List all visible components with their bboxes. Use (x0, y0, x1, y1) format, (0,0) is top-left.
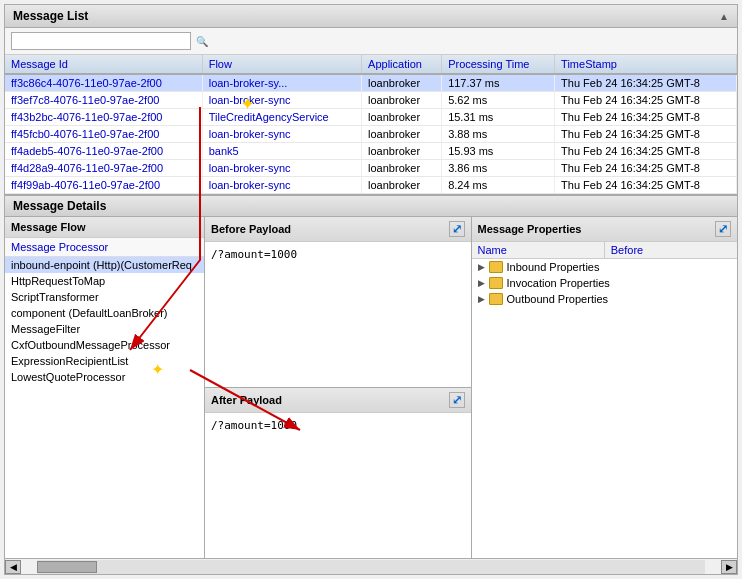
prop-expand-arrow[interactable]: ▶ (478, 294, 485, 304)
cell-processingTime-2: 15.31 ms (442, 109, 555, 126)
col-header-messageid[interactable]: Message Id (5, 55, 202, 74)
scroll-right-button[interactable]: ▶ (721, 560, 737, 574)
flow-panel-title: Message Flow (11, 221, 86, 233)
cell-application-1: loanbroker (362, 92, 442, 109)
before-payload-title: Before Payload (211, 223, 291, 235)
cell-messageId-5: ff4d28a9-4076-11e0-97ae-2f00 (5, 160, 202, 177)
flow-item[interactable]: component (DefaultLoanBroker) (5, 305, 204, 321)
flow-item[interactable]: CxfOutboundMessageProcessor (5, 337, 204, 353)
cell-processingTime-6: 8.24 ms (442, 177, 555, 194)
folder-icon (489, 293, 503, 305)
flow-item[interactable]: inbound-enpoint (Http)(CustomerReq (5, 257, 204, 273)
cell-flow-5: loan-broker-sync (202, 160, 361, 177)
after-payload-title: After Payload (211, 394, 282, 406)
table-row[interactable]: ff4adeb5-4076-11e0-97ae-2f00bank5loanbro… (5, 143, 737, 160)
after-payload-section: After Payload ⤢ /?amount=1000 (205, 388, 471, 558)
table-row[interactable]: ff43b2bc-4076-11e0-97ae-2f00TileCreditAg… (5, 109, 737, 126)
folder-icon (489, 277, 503, 289)
table-body: ff3c86c4-4076-11e0-97ae-2f00loan-broker-… (5, 74, 737, 194)
cell-application-2: loanbroker (362, 109, 442, 126)
before-payload-section: Before Payload ⤢ /?amount=1000 (205, 217, 471, 388)
cell-processingTime-1: 5.62 ms (442, 92, 555, 109)
property-item[interactable]: ▶Outbound Properties (472, 291, 738, 307)
flow-item[interactable]: ExpressionRecipientList (5, 353, 204, 369)
cell-processingTime-3: 3.88 ms (442, 126, 555, 143)
properties-cols: Name Before (472, 242, 738, 259)
table-row[interactable]: ff4d28a9-4076-11e0-97ae-2f00loan-broker-… (5, 160, 737, 177)
main-panel: Message List ▲ 🔍 Message Id Flow Applica… (4, 4, 738, 575)
cell-timestamp-1: Thu Feb 24 16:34:25 GMT-8 (555, 92, 737, 109)
message-details-title: Message Details (13, 199, 106, 213)
properties-panel: Message Properties ⤢ Name Before ▶Inboun… (472, 217, 738, 558)
cell-timestamp-3: Thu Feb 24 16:34:25 GMT-8 (555, 126, 737, 143)
cell-processingTime-4: 15.93 ms (442, 143, 555, 160)
after-payload-header: After Payload ⤢ (205, 388, 471, 413)
bottom-scrollbar: ◀ ▶ (5, 558, 737, 574)
table-header-row: Message Id Flow Application Processing T… (5, 55, 737, 74)
flow-item[interactable]: ScriptTransformer (5, 289, 204, 305)
flow-item[interactable]: LowestQuoteProcessor (5, 369, 204, 385)
properties-header: Message Properties ⤢ (472, 217, 738, 242)
cell-messageId-2: ff43b2bc-4076-11e0-97ae-2f00 (5, 109, 202, 126)
payload-panels: Before Payload ⤢ /?amount=1000 After Pay… (205, 217, 472, 558)
flow-item[interactable]: HttpRequestToMap (5, 273, 204, 289)
prop-expand-arrow[interactable]: ▶ (478, 262, 485, 272)
col-header-application[interactable]: Application (362, 55, 442, 74)
properties-title: Message Properties (478, 223, 582, 235)
table-row[interactable]: ff4f99ab-4076-11e0-97ae-2f00loan-broker-… (5, 177, 737, 194)
cell-application-4: loanbroker (362, 143, 442, 160)
message-details-header: Message Details (5, 196, 737, 217)
col-header-flow[interactable]: Flow (202, 55, 361, 74)
after-payload-expand[interactable]: ⤢ (449, 392, 465, 408)
message-details-section: Message Details Message Flow Message Pro… (5, 194, 737, 558)
cell-application-3: loanbroker (362, 126, 442, 143)
property-label: Outbound Properties (507, 293, 609, 305)
cell-timestamp-6: Thu Feb 24 16:34:25 GMT-8 (555, 177, 737, 194)
col-header-processingtime[interactable]: Processing Time (442, 55, 555, 74)
folder-icon (489, 261, 503, 273)
property-item[interactable]: ▶Inbound Properties (472, 259, 738, 275)
cell-application-6: loanbroker (362, 177, 442, 194)
prop-expand-arrow[interactable]: ▶ (478, 278, 485, 288)
collapse-button[interactable]: ▲ (719, 11, 729, 22)
prop-col-name[interactable]: Name (472, 242, 605, 258)
message-list-section: Message Id Flow Application Processing T… (5, 55, 737, 194)
before-payload-expand[interactable]: ⤢ (449, 221, 465, 237)
table-row[interactable]: ff3ef7c8-4076-11e0-97ae-2f00loan-broker-… (5, 92, 737, 109)
table-row[interactable]: ff3c86c4-4076-11e0-97ae-2f00loan-broker-… (5, 74, 737, 92)
cell-flow-6: loan-broker-sync (202, 177, 361, 194)
flow-panel-header: Message Flow (5, 217, 204, 238)
cell-messageId-3: ff45fcb0-4076-11e0-97ae-2f00 (5, 126, 202, 143)
message-list-title: Message List (13, 9, 88, 23)
scrollbar-thumb[interactable] (37, 561, 97, 573)
before-payload-content: /?amount=1000 (205, 242, 471, 387)
scroll-left-button[interactable]: ◀ (5, 560, 21, 574)
cell-flow-3: loan-broker-sync (202, 126, 361, 143)
property-label: Invocation Properties (507, 277, 610, 289)
flow-subheader: Message Processor (5, 238, 204, 257)
property-item[interactable]: ▶Invocation Properties (472, 275, 738, 291)
flow-item[interactable]: MessageFilter (5, 321, 204, 337)
search-bar: 🔍 (5, 28, 737, 55)
col-header-timestamp[interactable]: TimeStamp (555, 55, 737, 74)
flow-panel: Message Flow Message Processor inbound-e… (5, 217, 205, 558)
cell-flow-1: loan-broker-sync (202, 92, 361, 109)
message-table: Message Id Flow Application Processing T… (5, 55, 737, 194)
cell-timestamp-5: Thu Feb 24 16:34:25 GMT-8 (555, 160, 737, 177)
cell-flow-4: bank5 (202, 143, 361, 160)
scrollbar-track[interactable] (37, 560, 705, 574)
search-input[interactable] (11, 32, 191, 50)
property-label: Inbound Properties (507, 261, 600, 273)
cell-messageId-4: ff4adeb5-4076-11e0-97ae-2f00 (5, 143, 202, 160)
cell-messageId-0: ff3c86c4-4076-11e0-97ae-2f00 (5, 74, 202, 92)
search-icon[interactable]: 🔍 (196, 36, 208, 47)
cell-timestamp-2: Thu Feb 24 16:34:25 GMT-8 (555, 109, 737, 126)
table-row[interactable]: ff45fcb0-4076-11e0-97ae-2f00loan-broker-… (5, 126, 737, 143)
after-payload-content: /?amount=1000 (205, 413, 471, 558)
prop-col-before[interactable]: Before (605, 242, 737, 258)
cell-processingTime-5: 3.86 ms (442, 160, 555, 177)
before-payload-header: Before Payload ⤢ (205, 217, 471, 242)
cell-messageId-1: ff3ef7c8-4076-11e0-97ae-2f00 (5, 92, 202, 109)
message-list-header: Message List ▲ (5, 5, 737, 28)
properties-expand[interactable]: ⤢ (715, 221, 731, 237)
